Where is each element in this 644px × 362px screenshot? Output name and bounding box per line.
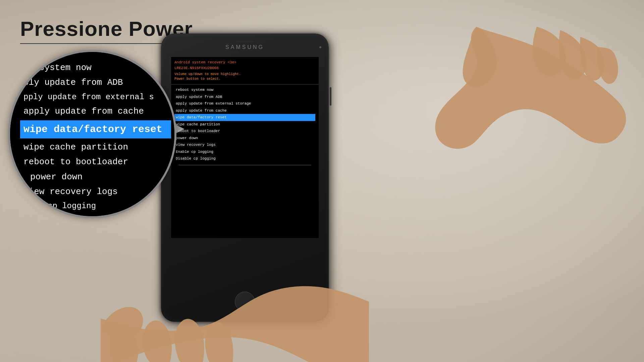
list-item: wipe cache partition — [23, 140, 168, 155]
list-item: ot system now — [23, 60, 168, 75]
list-item: view recovery logs — [174, 141, 315, 148]
list-item: reboot system now — [174, 86, 315, 94]
screen-header: Android system recovery <3e> LRE23E.N915… — [171, 57, 319, 72]
screen-header-line2: LRE23E.N915FXXU2BOG6 — [174, 65, 315, 71]
list-item: reboot to bootloader — [23, 155, 168, 169]
list-item: apply update from external storage — [174, 100, 315, 107]
list-item: ble cp logging — [23, 213, 168, 216]
list-item: ply update from ADB — [23, 75, 168, 90]
phone-power-button[interactable] — [330, 87, 331, 106]
screen-divider — [171, 84, 319, 84]
screen-instructions: Volume up/down to move highlight. Power … — [171, 72, 319, 84]
screen-menu: reboot system now apply update from ADB … — [171, 86, 319, 162]
phone-body: SAMSUNG Android system recovery <3e> LRE… — [161, 34, 329, 322]
phone-home-button[interactable] — [235, 292, 255, 312]
brand-logo: SAMSUNG — [225, 44, 264, 50]
phone-indicator — [319, 46, 321, 48]
list-item: apply update from cache — [174, 107, 315, 114]
instruction-line2: Power button to select. — [174, 77, 315, 81]
list-item: power down — [23, 170, 168, 184]
phone-speaker — [236, 41, 254, 43]
screen-header-line1: Android system recovery <3e> — [174, 60, 315, 65]
list-item: Disable cp logging — [174, 155, 315, 162]
list-item: wipe cache partition — [174, 121, 315, 128]
hand-top — [409, 27, 627, 194]
magnify-circle: on to selec ot system now ply update fro… — [10, 52, 174, 216]
list-item: reboot to bootloader — [174, 128, 315, 135]
list-item: power down — [174, 135, 315, 142]
phone-screen: Android system recovery <3e> LRE23E.N915… — [171, 57, 319, 238]
list-item: apply update from ADB — [174, 94, 315, 101]
list-item: able cp logging — [23, 199, 168, 213]
phone-container: SAMSUNG Android system recovery <3e> LRE… — [144, 34, 345, 328]
list-item: Enable cp logging — [174, 148, 315, 156]
list-item: pply update from external s — [23, 90, 168, 104]
list-item: apply update from cache — [23, 104, 168, 119]
magnify-highlighted-item: wipe data/factory reset — [20, 120, 171, 138]
screen-active-item: wipe data/factory reset — [174, 114, 315, 121]
magnify-inner: on to selec ot system now ply update fro… — [10, 52, 174, 216]
list-item: view recovery logs — [23, 184, 168, 199]
magnify-partial-top: on to selec — [23, 52, 168, 58]
screen-divider-bottom — [178, 165, 311, 165]
instruction-line1: Volume up/down to move highlight. — [174, 72, 315, 77]
